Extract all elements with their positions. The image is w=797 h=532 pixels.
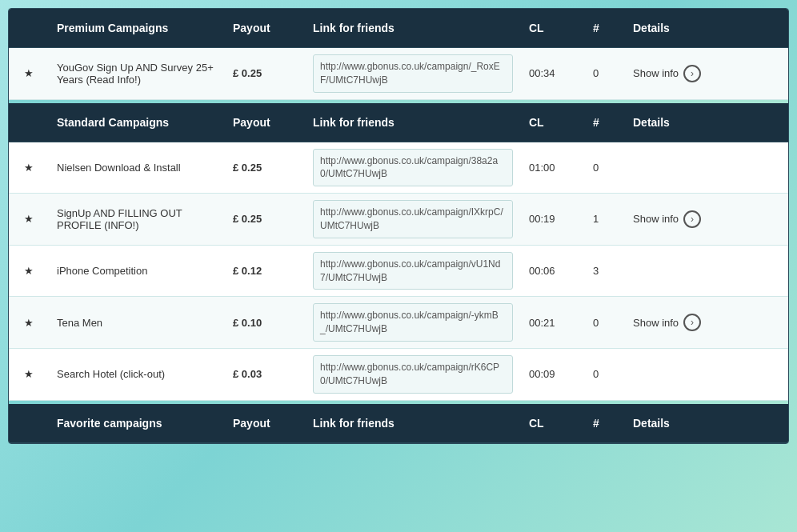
campaign-cl: 00:09 <box>521 362 585 386</box>
favorite-section-header: Favorite campaigns Payout Link for frien… <box>9 404 788 443</box>
campaign-hash: 0 <box>585 61 625 86</box>
campaign-cl: 00:21 <box>521 310 585 335</box>
campaign-name: Search Hotel (click-out) <box>49 362 225 386</box>
campaign-link-col: http://www.gbonus.co.uk/campaign/IXkrpC/… <box>305 194 521 245</box>
premium-header-label: Premium Campaigns <box>49 17 225 39</box>
arrow-icon: › <box>683 314 701 331</box>
show-info-button[interactable]: Show info › <box>633 62 701 86</box>
campaign-link[interactable]: http://www.gbonus.co.uk/campaign/38a2a0/… <box>313 149 513 187</box>
campaign-details <box>625 265 729 278</box>
campaign-details[interactable]: Show info › <box>625 55 729 92</box>
campaign-link[interactable]: http://www.gbonus.co.uk/campaign/rK6CP0/… <box>313 355 513 394</box>
campaign-name: Nielsen Download & Install <box>49 155 225 180</box>
premium-header-hash: # <box>585 17 625 39</box>
campaign-details <box>625 368 729 381</box>
show-info-button[interactable]: Show info › <box>633 207 701 231</box>
campaign-link[interactable]: http://www.gbonus.co.uk/campaign/IXkrpC/… <box>313 200 513 238</box>
favorite-header-cl: CL <box>521 412 585 434</box>
show-info-label: Show info <box>633 67 679 79</box>
campaigns-table: Premium Campaigns Payout Link for friend… <box>8 8 789 444</box>
campaign-link[interactable]: http://www.gbonus.co.uk/campaign/_RoxEF/… <box>313 54 513 93</box>
campaign-details[interactable]: Show info › <box>625 201 729 238</box>
campaign-name: iPhone Competition <box>49 258 225 283</box>
campaign-link-col: http://www.gbonus.co.uk/campaign/vU1Nd7/… <box>305 246 521 297</box>
star-icon[interactable]: ★ <box>9 362 49 386</box>
favorite-header-payout: Payout <box>225 412 305 434</box>
arrow-icon: › <box>683 65 701 82</box>
show-info-button[interactable]: Show info › <box>633 310 701 334</box>
campaign-payout: £ 0.12 <box>225 258 305 283</box>
standard-header-details: Details <box>625 111 729 134</box>
show-info-label: Show info <box>633 317 679 329</box>
campaign-link[interactable]: http://www.gbonus.co.uk/campaign/vU1Nd7/… <box>313 252 513 290</box>
campaign-hash: 1 <box>585 206 625 231</box>
campaign-link-col: http://www.gbonus.co.uk/campaign/-ykmB_/… <box>305 297 521 348</box>
favorite-header-label: Favorite campaigns <box>49 412 225 434</box>
favorite-header-hash: # <box>585 412 625 434</box>
table-row: ★ SignUp AND FILLING OUT PROFILE (INFO!)… <box>9 194 788 246</box>
campaign-link-col: http://www.gbonus.co.uk/campaign/rK6CP0/… <box>305 349 521 400</box>
campaign-link[interactable]: http://www.gbonus.co.uk/campaign/-ykmB_/… <box>313 303 513 342</box>
premium-icon-col <box>9 23 49 33</box>
campaign-payout: £ 0.25 <box>225 155 305 180</box>
campaign-hash: 3 <box>585 258 625 283</box>
premium-header-cl: CL <box>521 17 585 39</box>
table-row: ★ Nielsen Download & Install £ 0.25 http… <box>9 142 788 194</box>
premium-section-header: Premium Campaigns Payout Link for friend… <box>9 9 788 48</box>
campaign-cl: 01:00 <box>521 155 585 180</box>
arrow-icon: › <box>683 210 701 228</box>
standard-header-link: Link for friends <box>305 111 521 134</box>
campaign-payout: £ 0.10 <box>225 310 305 335</box>
standard-header-payout: Payout <box>225 111 305 134</box>
campaign-cl: 00:06 <box>521 258 585 283</box>
premium-header-link: Link for friends <box>305 17 521 39</box>
campaign-name: Tena Men <box>49 310 225 335</box>
standard-header-label: Standard Campaigns <box>49 111 225 134</box>
favorite-header-link: Link for friends <box>305 412 521 434</box>
campaign-details[interactable]: Show info › <box>625 304 729 341</box>
campaign-payout: £ 0.25 <box>225 61 305 86</box>
standard-icon-col <box>9 118 49 127</box>
standard-header-hash: # <box>585 111 625 134</box>
campaign-link-col: http://www.gbonus.co.uk/campaign/_RoxEF/… <box>305 48 521 99</box>
table-row: ★ Tena Men £ 0.10 http://www.gbonus.co.u… <box>9 297 788 349</box>
table-row: ★ Search Hotel (click-out) £ 0.03 http:/… <box>9 349 788 401</box>
star-icon[interactable]: ★ <box>9 258 49 283</box>
favorite-icon-col <box>9 418 49 428</box>
star-icon[interactable]: ★ <box>9 206 49 231</box>
standard-header-cl: CL <box>521 111 585 134</box>
campaign-hash: 0 <box>585 155 625 180</box>
campaign-name: YouGov Sign Up AND Survey 25+ Years (Rea… <box>49 55 225 92</box>
campaign-details <box>625 161 729 174</box>
star-icon[interactable]: ★ <box>9 155 49 180</box>
star-icon[interactable]: ★ <box>9 61 49 86</box>
star-icon[interactable]: ★ <box>9 310 49 335</box>
campaign-payout: £ 0.25 <box>225 206 305 231</box>
favorite-header-details: Details <box>625 412 729 434</box>
show-info-label: Show info <box>633 213 679 225</box>
campaign-link-col: http://www.gbonus.co.uk/campaign/38a2a0/… <box>305 142 521 194</box>
campaign-payout: £ 0.03 <box>225 362 305 386</box>
standard-section-header: Standard Campaigns Payout Link for frien… <box>9 103 788 142</box>
campaign-hash: 0 <box>585 310 625 335</box>
premium-header-payout: Payout <box>225 17 305 39</box>
campaign-hash: 0 <box>585 362 625 386</box>
campaign-name: SignUp AND FILLING OUT PROFILE (INFO!) <box>49 201 225 238</box>
premium-header-details: Details <box>625 17 729 39</box>
campaign-cl: 00:19 <box>521 206 585 231</box>
table-row: ★ iPhone Competition £ 0.12 http://www.g… <box>9 246 788 298</box>
table-row: ★ YouGov Sign Up AND Survey 25+ Years (R… <box>9 48 788 100</box>
campaign-cl: 00:34 <box>521 61 585 86</box>
